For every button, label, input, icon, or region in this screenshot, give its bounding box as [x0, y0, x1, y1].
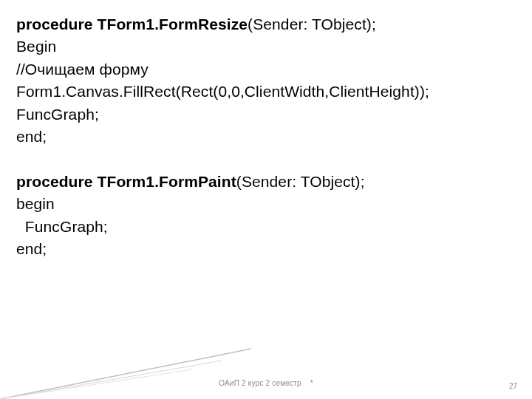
footer-course: ОАиП 2 курс 2 семестр * [219, 379, 313, 387]
code-line-9: begin [16, 193, 516, 215]
svg-line-0 [0, 349, 251, 399]
code-line-11: end; [16, 238, 516, 260]
page-number: 27 [509, 382, 517, 390]
code-line-2: Begin [16, 35, 516, 58]
code-line-8: procedure TForm1.FormPaint(Sender: TObje… [16, 171, 516, 193]
code-line-4: Form1.Canvas.FillRect(Rect(0,0,ClientWid… [16, 81, 516, 103]
proc-paint-name: procedure TForm1.FormPaint [16, 173, 236, 190]
code-line-5: FuncGraph; [16, 103, 516, 126]
code-line-1: procedure TForm1.FormResize(Sender: TObj… [16, 13, 516, 35]
code-line-6: end; [16, 126, 516, 148]
proc-resize-name: procedure TForm1.FormResize [16, 16, 248, 33]
code-line-3: //Очищаем форму [16, 58, 516, 81]
blank-line [16, 149, 516, 171]
slide: procedure TForm1.FormResize(Sender: TObj… [0, 0, 532, 399]
code-line-10: FuncGraph; [16, 216, 516, 238]
proc-resize-params: (Sender: TObject); [248, 16, 376, 33]
footer: ОАиП 2 курс 2 семестр * [0, 375, 532, 390]
proc-paint-params: (Sender: TObject); [236, 173, 365, 190]
